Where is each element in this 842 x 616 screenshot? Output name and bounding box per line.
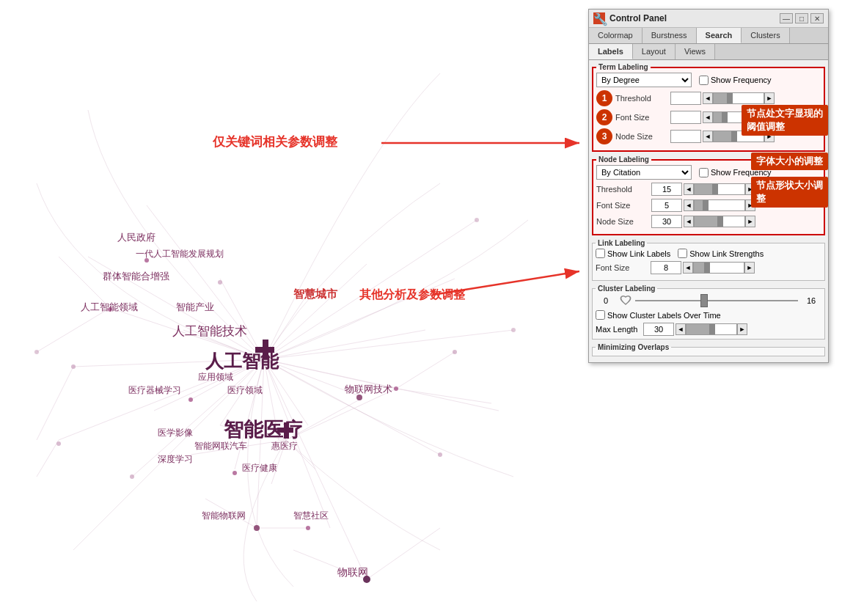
circle-3: 3 bbox=[596, 128, 612, 144]
svg-point-65 bbox=[511, 328, 516, 332]
node-threshold-label: Threshold bbox=[596, 185, 651, 194]
node-nodesize-left[interactable]: ◄ bbox=[684, 216, 694, 227]
term-nodesize-left[interactable]: ◄ bbox=[703, 131, 713, 142]
svg-point-57 bbox=[475, 218, 479, 222]
svg-line-20 bbox=[59, 359, 264, 440]
show-link-labels-label[interactable]: Show Link Labels bbox=[596, 249, 670, 258]
svg-point-50 bbox=[254, 525, 260, 531]
svg-line-41 bbox=[37, 367, 73, 440]
show-frequency-checkbox-node[interactable] bbox=[699, 168, 709, 177]
term-nodesize-input[interactable] bbox=[670, 130, 701, 143]
node-threshold-input[interactable] bbox=[651, 183, 682, 196]
term-threshold-left[interactable]: ◄ bbox=[703, 92, 713, 104]
link-fontsize-track[interactable] bbox=[693, 262, 744, 274]
show-link-strengths-checkbox[interactable] bbox=[678, 249, 687, 258]
tab-search[interactable]: Search bbox=[697, 28, 742, 43]
node-nodesize-right[interactable]: ► bbox=[745, 216, 755, 227]
show-over-time-label[interactable]: Show Cluster Labels Over Time bbox=[596, 310, 821, 320]
max-length-left[interactable]: ◄ bbox=[676, 323, 686, 335]
node-threshold-track[interactable] bbox=[694, 183, 745, 195]
term-threshold-label: Threshold bbox=[615, 94, 670, 103]
term-fontsize-left[interactable]: ◄ bbox=[703, 111, 713, 123]
tab-row-2: Labels Layout Views bbox=[589, 44, 828, 60]
svg-line-19 bbox=[73, 359, 264, 367]
node-nodesize-input[interactable] bbox=[651, 215, 682, 228]
show-frequency-checkbox-term[interactable] bbox=[699, 76, 709, 85]
show-over-time-checkbox[interactable] bbox=[596, 310, 605, 320]
node-nodesize-slider-group: ◄ ► bbox=[684, 216, 755, 227]
node-threshold-left[interactable]: ◄ bbox=[684, 183, 694, 195]
term-threshold-track[interactable] bbox=[713, 92, 764, 104]
node-sort-dropdown[interactable]: By Citation By Degree By Label bbox=[596, 165, 692, 180]
max-length-track[interactable] bbox=[686, 323, 737, 335]
term-threshold-input[interactable] bbox=[670, 92, 701, 105]
svg-rect-46 bbox=[284, 422, 289, 439]
svg-line-32 bbox=[286, 389, 396, 440]
show-link-strengths-label[interactable]: Show Link Strengths bbox=[678, 249, 764, 258]
restore-button[interactable]: □ bbox=[795, 13, 808, 23]
control-panel: 🔧 Control Panel — □ ✕ Colormap Burstness… bbox=[588, 9, 829, 363]
tab-burstness[interactable]: Burstness bbox=[643, 28, 697, 43]
term-nodesize-label: Node Size bbox=[615, 132, 670, 141]
link-fontsize-label: Font Size bbox=[596, 263, 651, 272]
svg-point-52 bbox=[306, 526, 310, 530]
svg-point-64 bbox=[34, 350, 39, 354]
tab-layout[interactable]: Layout bbox=[633, 44, 676, 59]
balloon-annotation-3: 节点形状大小调 整 bbox=[751, 177, 828, 208]
show-link-labels-checkbox[interactable] bbox=[596, 249, 605, 258]
term-threshold-row: 1 Threshold ◄ ► bbox=[596, 90, 821, 106]
node-nodesize-track[interactable] bbox=[694, 216, 745, 227]
svg-point-59 bbox=[130, 474, 134, 479]
svg-point-48 bbox=[144, 258, 149, 263]
tab-clusters[interactable]: Clusters bbox=[742, 28, 789, 43]
term-fontsize-input[interactable] bbox=[670, 111, 701, 124]
node-fontsize-track[interactable] bbox=[694, 199, 745, 211]
app-icon: 🔧 bbox=[593, 12, 605, 24]
tab-labels[interactable]: Labels bbox=[589, 44, 633, 59]
link-fontsize-input[interactable] bbox=[651, 261, 681, 274]
balloon-annotation-1: 节点处文字显现的 阈值调整 bbox=[742, 105, 828, 136]
node-nodesize-row: Node Size ◄ ► bbox=[596, 215, 821, 228]
link-label-checkboxes: Show Link Labels Show Link Strengths bbox=[596, 249, 821, 258]
close-button[interactable]: ✕ bbox=[810, 13, 824, 23]
max-length-right[interactable]: ► bbox=[737, 323, 747, 335]
svg-line-23 bbox=[264, 220, 477, 359]
term-threshold-right[interactable]: ► bbox=[764, 92, 775, 104]
svg-line-26 bbox=[264, 359, 440, 455]
tab-colormap[interactable]: Colormap bbox=[589, 28, 643, 43]
max-length-slider-group: ◄ ► bbox=[676, 323, 747, 335]
show-over-time-row: Show Cluster Labels Over Time bbox=[596, 310, 821, 320]
svg-point-56 bbox=[394, 386, 398, 391]
show-frequency-label-term[interactable]: Show Frequency bbox=[699, 76, 772, 85]
link-fontsize-left[interactable]: ◄ bbox=[683, 262, 693, 274]
node-threshold-slider-group: ◄ ► bbox=[684, 183, 755, 195]
cluster-min-value: 0 bbox=[596, 296, 616, 305]
node-fontsize-input[interactable] bbox=[651, 199, 682, 212]
link-fontsize-right[interactable]: ► bbox=[744, 262, 755, 274]
term-threshold-slider-group: ◄ ► bbox=[703, 92, 775, 104]
term-labeling-legend: Term Labeling bbox=[596, 63, 651, 71]
max-length-input[interactable] bbox=[643, 323, 674, 336]
tab-row-1: Colormap Burstness Search Clusters bbox=[589, 28, 828, 44]
minimize-button[interactable]: — bbox=[780, 13, 793, 23]
svg-point-58 bbox=[438, 452, 442, 457]
node-fontsize-left[interactable]: ◄ bbox=[684, 199, 694, 211]
svg-point-55 bbox=[453, 350, 457, 354]
svg-point-49 bbox=[356, 395, 362, 400]
titlebar: 🔧 Control Panel — □ ✕ bbox=[589, 10, 828, 28]
cluster-thumb[interactable] bbox=[700, 294, 708, 307]
svg-point-63 bbox=[233, 471, 237, 475]
svg-line-1 bbox=[88, 257, 264, 359]
svg-line-21 bbox=[132, 359, 264, 477]
tab-views[interactable]: Views bbox=[676, 44, 715, 59]
svg-line-34 bbox=[37, 308, 110, 352]
term-sort-dropdown[interactable]: By Degree By Citation By Label bbox=[596, 73, 692, 87]
svg-line-28 bbox=[191, 440, 286, 455]
svg-line-2 bbox=[110, 308, 264, 359]
svg-line-37 bbox=[367, 528, 440, 579]
cluster-track-container[interactable] bbox=[635, 294, 798, 307]
balloon-annotation-2: 字体大小的调整 bbox=[751, 153, 828, 170]
svg-line-16 bbox=[264, 359, 330, 528]
cluster-slider-row: 0 16 bbox=[596, 294, 821, 307]
cluster-icon bbox=[619, 294, 632, 307]
